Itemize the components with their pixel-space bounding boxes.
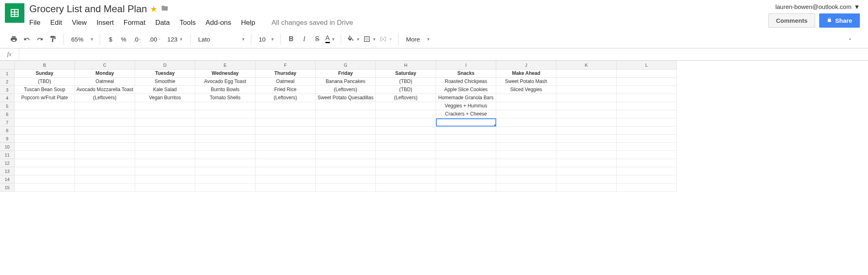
font-dropdown[interactable]: Lato ▼ — [192, 36, 249, 43]
cell[interactable] — [496, 127, 556, 135]
cell[interactable] — [255, 183, 316, 192]
cell[interactable] — [255, 118, 316, 127]
menu-help[interactable]: Help — [241, 19, 255, 27]
cell[interactable] — [556, 86, 617, 94]
cell[interactable] — [556, 143, 617, 151]
folder-icon[interactable] — [161, 4, 169, 14]
cell[interactable] — [617, 127, 677, 135]
cell[interactable]: (Leftovers) — [316, 86, 376, 94]
cell[interactable]: Tuesday — [135, 70, 195, 78]
cell[interactable] — [316, 175, 376, 183]
cell[interactable] — [436, 167, 496, 175]
cell[interactable] — [15, 110, 75, 118]
more-dropdown[interactable]: More ▼ — [400, 36, 434, 43]
cell[interactable] — [195, 135, 255, 143]
column-header[interactable]: H — [376, 61, 436, 70]
cell[interactable]: Homemade Granola Bars — [436, 94, 496, 102]
column-header[interactable]: E — [195, 61, 255, 70]
menu-edit[interactable]: Edit — [50, 19, 62, 27]
comments-button[interactable]: Comments — [768, 13, 816, 28]
percent-button[interactable]: % — [119, 36, 129, 43]
cell[interactable] — [617, 70, 677, 78]
cell[interactable] — [556, 175, 617, 183]
cell[interactable] — [376, 110, 436, 118]
cell[interactable] — [195, 102, 255, 110]
cell[interactable] — [135, 183, 195, 192]
cell[interactable] — [316, 159, 376, 167]
borders-button[interactable]: ▼ — [363, 35, 376, 43]
cell[interactable] — [75, 118, 135, 127]
cell[interactable]: Monday — [75, 70, 135, 78]
menu-view[interactable]: View — [72, 19, 87, 27]
fill-color-button[interactable]: ▼ — [347, 35, 360, 43]
cell[interactable] — [316, 143, 376, 151]
spreadsheet-grid[interactable]: BCDEFGHIJKL1SundayMondayTuesdayWednesday… — [0, 61, 868, 192]
cell[interactable]: Kale Salad — [135, 86, 195, 94]
cell[interactable] — [496, 143, 556, 151]
cell[interactable] — [255, 175, 316, 183]
redo-icon[interactable] — [35, 36, 45, 42]
cell[interactable] — [436, 143, 496, 151]
strikethrough-button[interactable]: S — [312, 35, 322, 43]
cell[interactable] — [556, 135, 617, 143]
cell[interactable] — [556, 70, 617, 78]
cell[interactable] — [496, 94, 556, 102]
cell[interactable] — [15, 151, 75, 159]
cell[interactable] — [617, 143, 677, 151]
cell[interactable]: Sunday — [15, 70, 75, 78]
currency-button[interactable]: $ — [106, 36, 116, 43]
column-header[interactable]: D — [135, 61, 195, 70]
number-format-button[interactable]: 123▼ — [166, 36, 185, 43]
cell[interactable] — [617, 78, 677, 86]
cell[interactable] — [255, 102, 316, 110]
column-header[interactable]: B — [15, 61, 75, 70]
cell[interactable] — [316, 127, 376, 135]
cell[interactable] — [15, 143, 75, 151]
cell[interactable] — [556, 102, 617, 110]
cell[interactable]: Tuscan Bean Soup — [15, 86, 75, 94]
cell[interactable] — [376, 127, 436, 135]
cell[interactable] — [376, 102, 436, 110]
cell[interactable] — [15, 135, 75, 143]
cell[interactable] — [617, 110, 677, 118]
column-header[interactable]: F — [255, 61, 316, 70]
cell[interactable]: Popcorn w/Fruit Plate — [15, 94, 75, 102]
increase-decimal-button[interactable]: .00→ — [147, 36, 162, 43]
cell[interactable] — [195, 110, 255, 118]
cell[interactable]: (Leftovers) — [75, 94, 135, 102]
cell[interactable] — [316, 102, 376, 110]
cell[interactable] — [556, 127, 617, 135]
cell[interactable] — [556, 94, 617, 102]
cell[interactable] — [15, 127, 75, 135]
cell[interactable] — [556, 110, 617, 118]
cell[interactable] — [496, 175, 556, 183]
cell[interactable] — [316, 151, 376, 159]
column-header[interactable]: G — [316, 61, 376, 70]
row-header[interactable]: 4 — [0, 94, 15, 102]
cell[interactable] — [195, 167, 255, 175]
cell[interactable]: Sliced Veggies — [496, 86, 556, 94]
cell[interactable] — [255, 159, 316, 167]
row-header[interactable]: 5 — [0, 102, 15, 110]
column-header[interactable]: J — [496, 61, 556, 70]
cell[interactable] — [376, 151, 436, 159]
cell[interactable] — [316, 110, 376, 118]
cell[interactable] — [436, 183, 496, 192]
row-header[interactable]: 13 — [0, 167, 15, 175]
cell[interactable] — [556, 151, 617, 159]
cell[interactable] — [135, 118, 195, 127]
row-header[interactable]: 1 — [0, 70, 15, 78]
formula-input[interactable] — [19, 48, 868, 60]
cell[interactable] — [376, 183, 436, 192]
row-header[interactable]: 6 — [0, 110, 15, 118]
paint-format-icon[interactable] — [48, 35, 58, 43]
fontsize-dropdown[interactable]: 10 ▼ — [253, 36, 279, 43]
italic-button[interactable]: I — [299, 35, 309, 43]
text-color-button[interactable]: A▼ — [325, 35, 336, 43]
cell[interactable] — [496, 151, 556, 159]
cell[interactable] — [436, 118, 496, 127]
cell[interactable] — [496, 102, 556, 110]
cell[interactable] — [617, 118, 677, 127]
cell[interactable] — [436, 159, 496, 167]
cell[interactable] — [255, 110, 316, 118]
